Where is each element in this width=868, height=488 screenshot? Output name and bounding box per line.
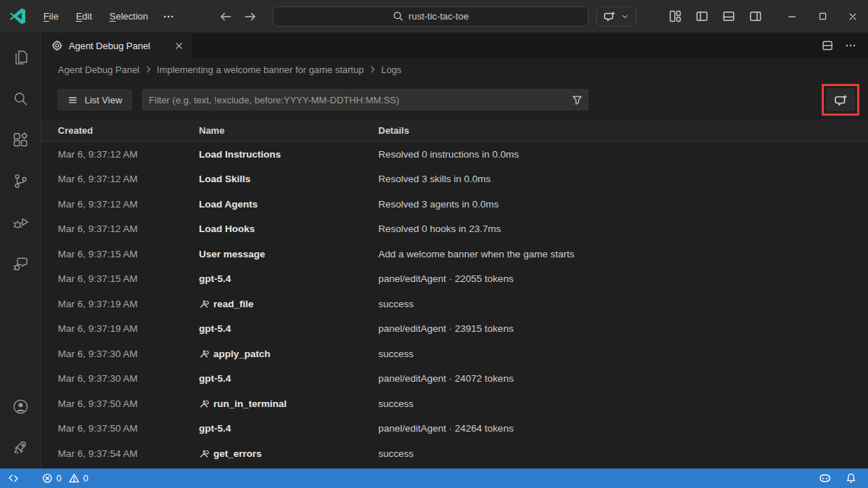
table-row[interactable]: Mar 6, 9:37:12 AM Load Agents Resolved 3… [41, 192, 868, 217]
breadcrumb-item[interactable]: Logs [381, 64, 401, 75]
activity-bar [0, 33, 41, 468]
row-created: Mar 6, 9:37:12 AM [58, 174, 199, 184]
column-header-created: Created [58, 125, 199, 136]
row-name: Load Instructions [199, 149, 378, 160]
remote-indicator-icon[interactable] [0, 468, 26, 488]
activity-item-chat[interactable] [0, 243, 41, 284]
rocket-icon [12, 439, 30, 457]
toggle-panel-button[interactable] [720, 8, 737, 25]
search-icon [12, 90, 30, 108]
row-details: success [378, 299, 868, 309]
row-details: panel/editAgent · 24264 tokens [378, 423, 868, 434]
table-body: Mar 6, 9:37:12 AM Load Instructions Reso… [41, 142, 868, 466]
menu-file[interactable]: File [36, 8, 66, 25]
row-created: Mar 6, 9:37:12 AM [58, 223, 199, 234]
customize-layout-button[interactable] [667, 8, 684, 25]
filter-funnel-icon[interactable] [571, 94, 583, 106]
row-created: Mar 6, 9:37:15 AM [58, 249, 199, 260]
tab-close-icon[interactable] [173, 40, 185, 52]
row-details: Resolved 3 agents in 0.0ms [378, 199, 868, 210]
command-center-search[interactable]: rust-tic-tac-toe [273, 7, 589, 27]
split-editor-icon[interactable] [822, 40, 833, 51]
row-name: gpt-5.4 [199, 373, 378, 384]
row-name: gpt-5.4 [199, 323, 378, 334]
row-details: panel/editAgent · 22055 tokens [378, 273, 868, 284]
row-name: apply_patch [199, 348, 378, 359]
breadcrumb-chevron-icon [367, 64, 378, 74]
breadcrumb-item[interactable]: Agent Debug Panel [58, 64, 140, 75]
table-row[interactable]: Mar 6, 9:37:30 AM gpt-5.4 panel/editAgen… [41, 367, 868, 392]
table-row[interactable]: Mar 6, 9:37:19 AM read_file success [41, 291, 868, 317]
breadcrumb-chevron-icon [143, 64, 153, 74]
list-view-button[interactable]: List View [57, 89, 132, 111]
activity-item-source-control[interactable] [0, 160, 41, 202]
row-created: Mar 6, 9:37:19 AM [58, 299, 199, 309]
vscode-window: FileEditSelection rust-tic-tac-toe [0, 0, 868, 488]
breadcrumb: Agent Debug PanelImplementing a welcome … [41, 59, 868, 80]
activity-item-extensions[interactable] [0, 119, 41, 160]
row-created: Mar 6, 9:37:19 AM [58, 323, 199, 334]
activity-item-search[interactable] [0, 78, 41, 119]
breadcrumb-item[interactable]: Implementing a welcome banner for game s… [157, 64, 364, 75]
row-created: Mar 6, 9:37:50 AM [58, 398, 199, 409]
copilot-menu-button[interactable] [596, 7, 637, 27]
row-name: Load Skills [199, 174, 378, 184]
row-name: gpt-5.4 [199, 273, 378, 284]
chevron-down-icon [621, 12, 629, 21]
notifications-bell-icon[interactable] [841, 468, 861, 488]
toggle-primary-sidebar-button[interactable] [694, 8, 710, 25]
row-details: success [378, 398, 868, 409]
tool-icon [199, 299, 209, 309]
menu-edit[interactable]: Edit [69, 8, 99, 25]
row-created: Mar 6, 9:37:54 AM [58, 448, 199, 459]
menu-selection[interactable]: Selection [102, 8, 155, 25]
search-icon [393, 11, 404, 22]
row-details: Resolved 0 hooks in 23.7ms [378, 223, 868, 234]
row-details: Resolved 3 skills in 0.0ms [378, 174, 868, 184]
open-chat-button[interactable] [826, 88, 855, 111]
problems-status[interactable]: 0 0 [36, 468, 94, 488]
table-row[interactable]: Mar 6, 9:37:19 AM gpt-5.4 panel/editAgen… [41, 317, 868, 342]
explorer-icon [12, 48, 30, 67]
table-row[interactable]: Mar 6, 9:37:15 AM gpt-5.4 panel/editAgen… [41, 267, 868, 292]
copilot-status-icon[interactable] [814, 468, 835, 488]
table-row[interactable]: Mar 6, 9:37:54 AM get_errors success [41, 441, 868, 466]
row-name: read_file [199, 299, 378, 309]
logs-table: Created Name Details Mar 6, 9:37:12 AM L… [41, 119, 868, 468]
editor-more-actions-icon[interactable] [845, 40, 856, 51]
annotation-highlight [822, 84, 859, 116]
tab-agent-debug-panel[interactable]: Agent Debug Panel [41, 33, 193, 59]
row-created: Mar 6, 9:37:30 AM [58, 348, 199, 359]
filter-input[interactable] [142, 89, 589, 111]
row-details: panel/editAgent · 23915 tokens [378, 323, 868, 334]
activity-item-accounts[interactable] [0, 386, 41, 427]
table-row[interactable]: Mar 6, 9:37:50 AM run_in_terminal succes… [41, 391, 868, 416]
row-name: Load Hooks [199, 223, 378, 234]
search-value: rust-tic-tac-toe [409, 11, 469, 22]
row-name: User message [199, 249, 378, 260]
row-details: Resolved 0 instructions in 0.0ms [378, 149, 868, 160]
maximize-button[interactable] [807, 0, 838, 33]
activity-item-explorer[interactable] [0, 37, 41, 78]
table-row[interactable]: Mar 6, 9:37:12 AM Load Skills Resolved 3… [41, 167, 868, 192]
row-created: Mar 6, 9:37:50 AM [58, 423, 199, 434]
menu-bar: FileEditSelection [36, 8, 156, 25]
activity-item-rocket[interactable] [0, 427, 41, 468]
minimize-button[interactable] [777, 0, 807, 33]
list-icon [67, 95, 78, 106]
back-button[interactable] [219, 10, 232, 23]
forward-button[interactable] [244, 10, 257, 23]
menu-more-button[interactable] [156, 8, 182, 25]
table-row[interactable]: Mar 6, 9:37:12 AM Load Instructions Reso… [41, 142, 868, 167]
toggle-secondary-sidebar-button[interactable] [747, 8, 764, 25]
table-row[interactable]: Mar 6, 9:37:15 AM User message Add a wel… [41, 241, 868, 267]
column-header-details: Details [378, 125, 868, 136]
table-row[interactable]: Mar 6, 9:37:50 AM gpt-5.4 panel/editAgen… [41, 416, 868, 442]
row-name: Load Agents [199, 199, 378, 210]
table-row[interactable]: Mar 6, 9:37:30 AM apply_patch success [41, 341, 868, 367]
column-header-name: Name [199, 125, 378, 136]
activity-item-run-and-debug[interactable] [0, 202, 41, 243]
table-row[interactable]: Mar 6, 9:37:12 AM Load Hooks Resolved 0 … [41, 217, 868, 242]
extensions-icon [12, 131, 30, 149]
close-window-button[interactable] [838, 0, 868, 33]
